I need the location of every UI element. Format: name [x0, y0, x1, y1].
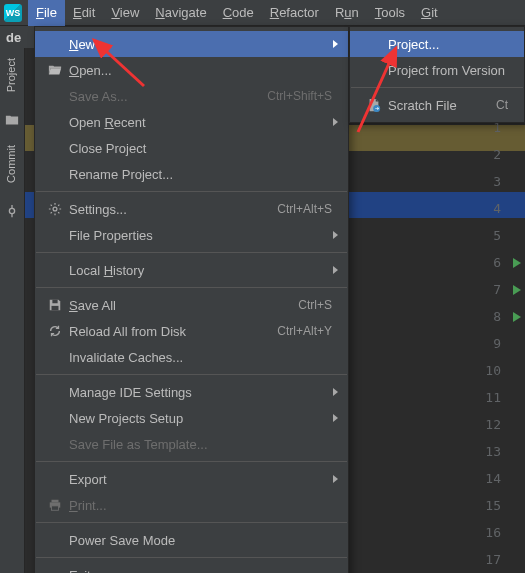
separator — [351, 87, 523, 88]
editor-gutter: 1234567891011121314151617 — [465, 114, 525, 573]
gutter-line[interactable]: 2 — [465, 141, 525, 168]
folder-open-icon — [45, 63, 65, 77]
gutter-line[interactable]: 5 — [465, 222, 525, 249]
separator — [36, 287, 347, 288]
menu-new[interactable]: New — [35, 31, 348, 57]
menu-save-template: Save File as Template... — [35, 431, 348, 457]
svg-point-1 — [53, 207, 57, 211]
separator — [36, 252, 347, 253]
gutter-line[interactable]: 6 — [465, 249, 525, 276]
submenu-arrow-icon — [333, 388, 338, 396]
separator — [36, 191, 347, 192]
svg-rect-3 — [52, 306, 59, 310]
commit-icon — [5, 204, 19, 218]
menu-scratch-file[interactable]: ➜ Scratch File Ct — [350, 92, 524, 118]
tool-commit[interactable]: Commit — [5, 145, 17, 183]
separator — [36, 557, 347, 558]
menu-save-as: Save As... Ctrl+Shift+S — [35, 83, 348, 109]
gear-icon — [45, 202, 65, 216]
svg-rect-2 — [52, 300, 57, 304]
submenu-arrow-icon — [333, 266, 338, 274]
menu-git[interactable]: Git — [413, 0, 446, 26]
gutter-line[interactable]: 7 — [465, 276, 525, 303]
menu-file-properties[interactable]: File Properties — [35, 222, 348, 248]
submenu-arrow-icon — [333, 118, 338, 126]
svg-text:➜: ➜ — [375, 105, 379, 111]
menu-open[interactable]: Open... — [35, 57, 348, 83]
scratch-file-icon: ➜ — [364, 98, 384, 112]
menu-file[interactable]: File — [28, 0, 65, 26]
file-menu-dropdown: New Open... Save As... Ctrl+Shift+S Open… — [34, 26, 349, 573]
menu-local-history[interactable]: Local History — [35, 257, 348, 283]
menu-export[interactable]: Export — [35, 466, 348, 492]
print-icon — [45, 498, 65, 512]
tool-strip: Project Commit — [0, 48, 25, 573]
folder-icon — [5, 113, 19, 127]
separator — [36, 522, 347, 523]
nav-text: de — [6, 30, 21, 45]
separator — [36, 374, 347, 375]
menu-tools[interactable]: Tools — [367, 0, 413, 26]
menu-print: Print... — [35, 492, 348, 518]
menu-save-all[interactable]: Save All Ctrl+S — [35, 292, 348, 318]
menu-project-from-vcs[interactable]: Project from Version — [350, 57, 524, 83]
menu-close-project[interactable]: Close Project — [35, 135, 348, 161]
menu-new-project[interactable]: Project... — [350, 31, 524, 57]
run-gutter-icon[interactable] — [513, 258, 521, 268]
gutter-line[interactable]: 8 — [465, 303, 525, 330]
menu-invalidate[interactable]: Invalidate Caches... — [35, 344, 348, 370]
gutter-line[interactable]: 14 — [465, 465, 525, 492]
gutter-line[interactable]: 13 — [465, 438, 525, 465]
menu-manage-ide[interactable]: Manage IDE Settings — [35, 379, 348, 405]
reload-icon — [45, 324, 65, 338]
gutter-line[interactable]: 11 — [465, 384, 525, 411]
svg-point-0 — [9, 209, 14, 214]
menu-exit[interactable]: Exit — [35, 562, 348, 573]
gutter-line[interactable]: 16 — [465, 519, 525, 546]
menubar: WS File Edit View Navigate Code Refactor… — [0, 0, 525, 26]
svg-rect-4 — [52, 500, 59, 503]
separator — [36, 461, 347, 462]
gutter-line[interactable]: 15 — [465, 492, 525, 519]
menu-run[interactable]: Run — [327, 0, 367, 26]
gutter-line[interactable]: 10 — [465, 357, 525, 384]
menu-open-recent[interactable]: Open Recent — [35, 109, 348, 135]
gutter-line[interactable]: 17 — [465, 546, 525, 573]
save-icon — [45, 298, 65, 312]
gutter-line[interactable]: 9 — [465, 330, 525, 357]
menu-reload[interactable]: Reload All from Disk Ctrl+Alt+Y — [35, 318, 348, 344]
tool-project[interactable]: Project — [5, 58, 17, 92]
gutter-line[interactable]: 12 — [465, 411, 525, 438]
menu-settings[interactable]: Settings... Ctrl+Alt+S — [35, 196, 348, 222]
menu-rename-project[interactable]: Rename Project... — [35, 161, 348, 187]
submenu-arrow-icon — [333, 414, 338, 422]
menu-view[interactable]: View — [103, 0, 147, 26]
submenu-arrow-icon — [333, 231, 338, 239]
menu-power-save[interactable]: Power Save Mode — [35, 527, 348, 553]
new-submenu: Project... Project from Version ➜ Scratc… — [349, 26, 525, 123]
submenu-arrow-icon — [333, 40, 338, 48]
svg-rect-6 — [52, 506, 59, 510]
run-gutter-icon[interactable] — [513, 285, 521, 295]
menu-new-projects-setup[interactable]: New Projects Setup — [35, 405, 348, 431]
app-icon: WS — [4, 4, 22, 22]
menu-navigate[interactable]: Navigate — [147, 0, 214, 26]
gutter-line[interactable]: 3 — [465, 168, 525, 195]
menu-refactor[interactable]: Refactor — [262, 0, 327, 26]
run-gutter-icon[interactable] — [513, 312, 521, 322]
menu-code[interactable]: Code — [215, 0, 262, 26]
gutter-line[interactable]: 4 — [465, 195, 525, 222]
submenu-arrow-icon — [333, 475, 338, 483]
menu-edit[interactable]: Edit — [65, 0, 103, 26]
